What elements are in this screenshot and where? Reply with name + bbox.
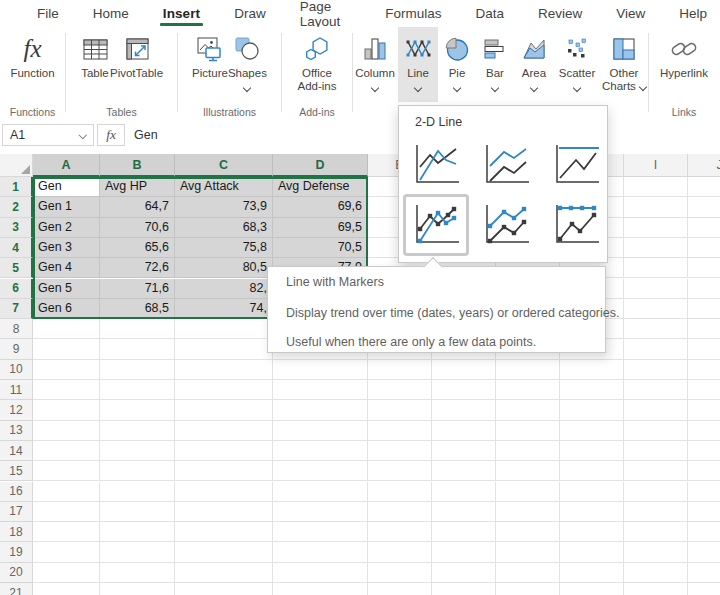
cell-J19[interactable] xyxy=(688,542,720,562)
cell-J12[interactable] xyxy=(688,400,720,420)
cell-I15[interactable] xyxy=(624,461,688,481)
pie-chart-button[interactable]: Pie xyxy=(438,27,476,102)
cell-I3[interactable] xyxy=(624,218,688,238)
cell-G15[interactable] xyxy=(496,461,560,481)
cell-I6[interactable] xyxy=(624,279,688,299)
chart-type-stacked-line-with-markers[interactable] xyxy=(480,202,532,248)
cell-C4[interactable]: 75,8 xyxy=(175,238,273,258)
column-header-D[interactable]: D xyxy=(273,154,368,177)
row-header-4[interactable]: 4 xyxy=(0,238,33,258)
tab-insert[interactable]: Insert xyxy=(150,0,213,27)
cell-I10[interactable] xyxy=(624,360,688,380)
cell-F11[interactable] xyxy=(432,380,496,400)
cell-B5[interactable]: 72,6 xyxy=(100,258,175,278)
cell-B12[interactable] xyxy=(100,400,175,420)
cell-D11[interactable] xyxy=(273,380,368,400)
cell-J18[interactable] xyxy=(688,522,720,542)
cell-C5[interactable]: 80,5 xyxy=(175,258,273,278)
cell-I11[interactable] xyxy=(624,380,688,400)
row-header-15[interactable]: 15 xyxy=(0,461,33,481)
tab-help[interactable]: Help xyxy=(666,0,720,27)
cell-D4[interactable]: 70,5 xyxy=(273,238,368,258)
cell-H17[interactable] xyxy=(560,502,624,522)
cell-G10[interactable] xyxy=(496,360,560,380)
cell-H19[interactable] xyxy=(560,542,624,562)
tab-file[interactable]: File xyxy=(24,0,72,27)
cell-I13[interactable] xyxy=(624,421,688,441)
cell-C7[interactable]: 74, xyxy=(175,299,273,319)
cell-H20[interactable] xyxy=(560,563,624,583)
cell-J3[interactable] xyxy=(688,218,720,238)
cell-F13[interactable] xyxy=(432,421,496,441)
cell-A15[interactable] xyxy=(33,461,100,481)
office-addins-button[interactable]: Office Add-ins xyxy=(292,27,342,102)
tab-formulas[interactable]: Formulas xyxy=(372,0,454,27)
cell-I18[interactable] xyxy=(624,522,688,542)
cell-B20[interactable] xyxy=(100,563,175,583)
cell-E18[interactable] xyxy=(368,522,432,542)
cell-B11[interactable] xyxy=(100,380,175,400)
cell-I21[interactable] xyxy=(624,583,688,595)
scatter-chart-button[interactable]: Scatter xyxy=(554,27,600,102)
cell-I4[interactable] xyxy=(624,238,688,258)
cell-E14[interactable] xyxy=(368,441,432,461)
cell-A8[interactable] xyxy=(33,319,100,339)
cell-F17[interactable] xyxy=(432,502,496,522)
cell-C16[interactable] xyxy=(175,482,273,502)
cell-C15[interactable] xyxy=(175,461,273,481)
cell-C14[interactable] xyxy=(175,441,273,461)
tab-view[interactable]: View xyxy=(603,0,658,27)
cell-D3[interactable]: 69,5 xyxy=(273,218,368,238)
cell-F21[interactable] xyxy=(432,583,496,595)
cell-D10[interactable] xyxy=(273,360,368,380)
column-chart-button[interactable]: Column xyxy=(352,27,398,102)
cell-D16[interactable] xyxy=(273,482,368,502)
cell-I19[interactable] xyxy=(624,542,688,562)
cell-A18[interactable] xyxy=(33,522,100,542)
area-chart-button[interactable]: Area xyxy=(514,27,554,102)
cell-C1[interactable]: Avg Attack xyxy=(175,177,273,197)
line-chart-button[interactable]: Line xyxy=(398,27,438,102)
select-all-button[interactable] xyxy=(0,154,33,177)
cell-D15[interactable] xyxy=(273,461,368,481)
cell-B2[interactable]: 64,7 xyxy=(100,197,175,217)
row-header-19[interactable]: 19 xyxy=(0,542,33,562)
row-header-1[interactable]: 1 xyxy=(0,177,33,197)
cell-E10[interactable] xyxy=(368,360,432,380)
cell-H11[interactable] xyxy=(560,380,624,400)
cell-B4[interactable]: 65,6 xyxy=(100,238,175,258)
cell-B7[interactable]: 68,5 xyxy=(100,299,175,319)
tab-draw[interactable]: Draw xyxy=(221,0,279,27)
cell-A11[interactable] xyxy=(33,380,100,400)
cell-D14[interactable] xyxy=(273,441,368,461)
cell-C10[interactable] xyxy=(175,360,273,380)
cell-J20[interactable] xyxy=(688,563,720,583)
cell-A10[interactable] xyxy=(33,360,100,380)
cell-E21[interactable] xyxy=(368,583,432,595)
cell-F14[interactable] xyxy=(432,441,496,461)
row-header-16[interactable]: 16 xyxy=(0,482,33,502)
cell-E13[interactable] xyxy=(368,421,432,441)
name-box[interactable]: A1 xyxy=(2,124,94,146)
cell-I20[interactable] xyxy=(624,563,688,583)
cell-I7[interactable] xyxy=(624,299,688,319)
cell-F12[interactable] xyxy=(432,400,496,420)
cell-J8[interactable] xyxy=(688,319,720,339)
hyperlink-button[interactable]: Hyperlink xyxy=(660,27,708,102)
cell-G19[interactable] xyxy=(496,542,560,562)
cell-H15[interactable] xyxy=(560,461,624,481)
cell-J1[interactable] xyxy=(688,177,720,197)
cell-A3[interactable]: Gen 2 xyxy=(33,218,100,238)
chart-type-100100-stacked-line-with-markers[interactable] xyxy=(550,202,602,248)
cell-G17[interactable] xyxy=(496,502,560,522)
cell-B15[interactable] xyxy=(100,461,175,481)
cell-F19[interactable] xyxy=(432,542,496,562)
cell-C20[interactable] xyxy=(175,563,273,583)
row-header-17[interactable]: 17 xyxy=(0,502,33,522)
row-header-20[interactable]: 20 xyxy=(0,563,33,583)
cell-A16[interactable] xyxy=(33,482,100,502)
tab-page-layout[interactable]: Page Layout xyxy=(287,0,364,27)
row-header-5[interactable]: 5 xyxy=(0,258,33,278)
cell-I5[interactable] xyxy=(624,258,688,278)
cell-B13[interactable] xyxy=(100,421,175,441)
